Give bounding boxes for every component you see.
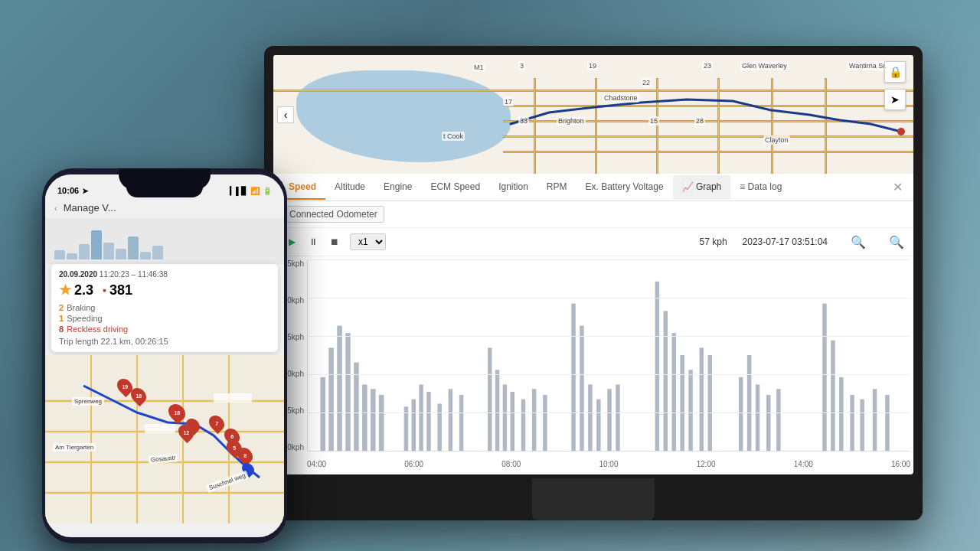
map-area: 3 19 22 23 Glen Waverley Wantirna South …	[273, 55, 913, 174]
svg-rect-6	[362, 384, 368, 451]
tab-ecm-speed[interactable]: ECM Speed	[421, 175, 489, 200]
svg-rect-11	[419, 384, 423, 451]
svg-rect-2	[328, 347, 334, 451]
x-label-12: 12:00	[697, 460, 716, 468]
search-icon-1[interactable]: 🔍	[851, 235, 866, 249]
event-label-reckless: Reckless driving	[67, 324, 128, 334]
phone-screen: 10:06 ➤ ▎▌▊ 📶 🔋 ‹ Manage V...	[45, 174, 284, 537]
map-label-17: 17	[503, 97, 514, 106]
chart-bars-svg	[308, 259, 910, 451]
svg-rect-3	[337, 326, 342, 451]
svg-rect-30	[664, 311, 668, 451]
map-label-tcook: t Cook	[442, 132, 465, 141]
tabs-bar: Speed Altitude Engine ECM Speed Ignition…	[273, 174, 913, 201]
marker-7: 7	[210, 415, 224, 432]
location-icon: ➤	[82, 187, 88, 195]
map-label-glen-waverley: Glen Waverley	[740, 61, 789, 70]
stat-bar-3	[79, 244, 90, 259]
svg-rect-46	[873, 389, 877, 451]
x-label-10: 10:00	[599, 460, 618, 468]
search-icon-2[interactable]: 🔍	[889, 235, 904, 249]
map-label-chadstone: Chadstone	[603, 93, 639, 103]
svg-rect-7	[371, 389, 376, 451]
svg-rect-23	[571, 304, 575, 451]
stat-bar-5	[103, 243, 114, 259]
x-label-14: 14:00	[794, 460, 813, 468]
grid-line	[308, 259, 910, 260]
tab-close-button[interactable]: ✕	[888, 177, 907, 197]
svg-rect-29	[655, 282, 659, 451]
phone-map-roads-svg	[45, 355, 284, 523]
tab-ex-battery[interactable]: Ex. Battery Voltage	[577, 175, 673, 200]
chart-inner	[307, 259, 910, 452]
tab-altitude[interactable]: Altitude	[325, 175, 374, 200]
svg-rect-27	[607, 389, 611, 451]
tab-engine[interactable]: Engine	[374, 175, 421, 200]
map-label-15: 15	[648, 116, 659, 126]
trip-date: 20.09.2020 11:20:23 – 11:46:38	[59, 270, 270, 279]
svg-rect-10	[412, 399, 416, 451]
svg-rect-35	[707, 355, 711, 451]
tab-graph[interactable]: 📈 Graph	[673, 175, 731, 200]
svg-rect-33	[688, 370, 692, 451]
svg-rect-41	[822, 304, 826, 451]
svg-rect-15	[459, 395, 463, 451]
phone-map[interactable]: 19 18 16 7	[45, 355, 284, 523]
monitor: 3 19 22 23 Glen Waverley Wantirna South …	[264, 46, 923, 520]
speed-select[interactable]: x1 x2 x4 x8	[350, 233, 386, 250]
marker-18: 18	[132, 387, 145, 404]
svg-rect-20	[521, 399, 525, 451]
event-row-speeding: 1 Speeding	[59, 314, 270, 323]
stat-bar-8	[140, 252, 151, 259]
stat-bar-6	[116, 249, 126, 259]
svg-rect-45	[860, 399, 864, 451]
map-navigate-button[interactable]: ➤	[884, 89, 906, 110]
tab-rpm[interactable]: RPM	[537, 175, 577, 200]
star-icon: ★	[59, 282, 71, 298]
phone-header: ‹ Manage V...	[45, 199, 284, 218]
stat-bar-4	[91, 230, 102, 259]
marker-19: 19	[118, 378, 132, 395]
playback-bar: ▶ ⏸ ⏹ x1 x2 x4 x8 57 kph 2023-07-17 03:5…	[273, 228, 913, 256]
svg-rect-1	[320, 377, 325, 451]
svg-rect-25	[588, 384, 592, 451]
x-label-06: 06:00	[404, 460, 423, 468]
stop-button[interactable]: ⏹	[325, 233, 344, 251]
phone-header-title: Manage V...	[64, 202, 116, 214]
svg-rect-34	[700, 347, 704, 451]
grid-line	[308, 336, 910, 337]
map-lock-button[interactable]: 🔒	[884, 61, 906, 83]
back-icon[interactable]: ‹	[54, 204, 57, 213]
battery-icon: 🔋	[263, 187, 272, 195]
svg-rect-42	[831, 341, 835, 451]
timestamp: 2023-07-17 03:51:04	[743, 236, 828, 247]
grid-line	[308, 298, 910, 298]
svg-rect-47	[885, 395, 889, 451]
marker-8: 8	[238, 447, 252, 464]
events-icon: ▪	[103, 284, 106, 296]
event-label-braking: Braking	[67, 303, 95, 312]
status-right: ▎▌▊ 📶 🔋	[230, 187, 272, 195]
svg-rect-32	[680, 355, 684, 451]
playback-info: 57 kph 2023-07-17 03:51:04 🔍 🔍	[700, 235, 904, 249]
monitor-screen: 3 19 22 23 Glen Waverley Wantirna South …	[273, 55, 913, 474]
stat-bar-7	[128, 236, 139, 259]
svg-rect-37	[747, 355, 751, 451]
map-background: 3 19 22 23 Glen Waverley Wantirna South …	[273, 55, 913, 174]
marker-16: 16	[169, 403, 185, 422]
map-label-33: 33	[518, 116, 529, 126]
wifi-icon: 📶	[250, 187, 260, 195]
svg-rect-38	[756, 384, 760, 451]
event-row-reckless: 8 Reckless driving	[59, 324, 270, 334]
x-label-04: 04:00	[307, 460, 326, 468]
tab-data-log[interactable]: ≡ Data log	[730, 175, 791, 200]
map-label-23: 23	[702, 61, 713, 70]
svg-rect-13	[437, 403, 441, 451]
map-route-svg	[273, 55, 913, 174]
sub-tab-connected-odometer[interactable]: Connected Odometer	[283, 206, 384, 223]
trip-length: Trip length 22.1 km, 00:26:15	[59, 337, 270, 346]
map-prev-button[interactable]: ‹	[277, 106, 294, 123]
tab-ignition[interactable]: Ignition	[489, 175, 537, 200]
trip-events-count: ▪ 381	[103, 282, 132, 298]
pause-button[interactable]: ⏸	[304, 233, 322, 251]
